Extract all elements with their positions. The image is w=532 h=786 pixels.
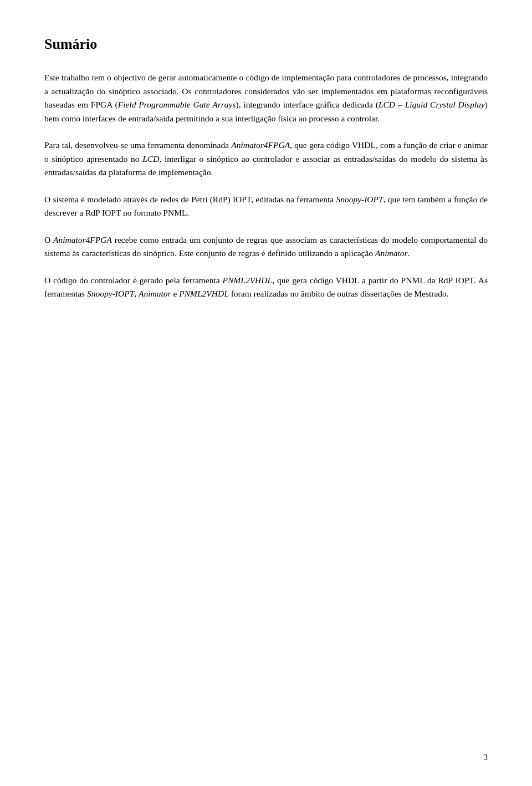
- paragraph-1: Este trabalho tem o objectivo de gerar a…: [44, 71, 488, 125]
- paragraph-3: O sistema é modelado através de redes de…: [44, 193, 488, 220]
- paragraph-4: O Animator4FPGA recebe como entrada um c…: [44, 233, 488, 261]
- paragraph-5: O código do controlador é gerado pela fe…: [44, 274, 488, 301]
- page: Sumário Este trabalho tem o objectivo de…: [0, 0, 532, 786]
- page-number: 3: [484, 751, 488, 764]
- paragraph-2: Para tal, desenvolveu-se uma ferramenta …: [44, 139, 488, 179]
- page-title: Sumário: [44, 33, 488, 55]
